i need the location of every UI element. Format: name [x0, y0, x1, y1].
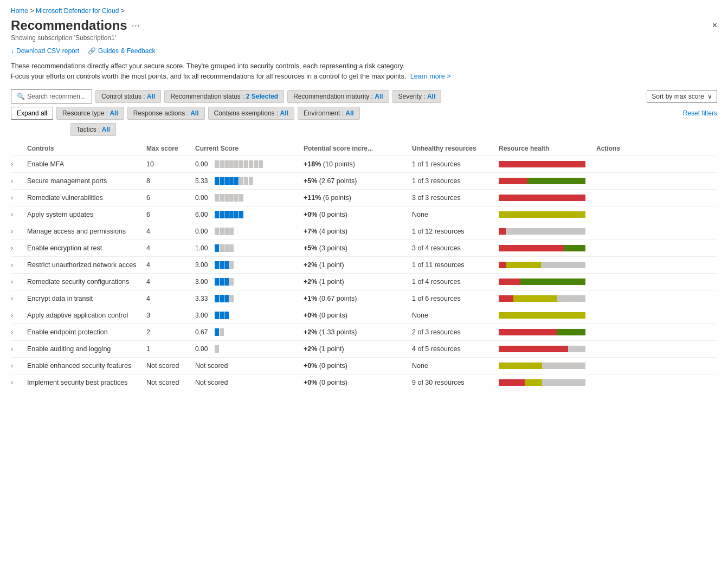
- reset-filters-link[interactable]: Reset filters: [683, 109, 717, 117]
- control-name: Secure management ports: [27, 177, 146, 185]
- potential-score: +5% (3 points): [304, 244, 412, 252]
- table-row[interactable]: ›Remediate security configurations43.00+…: [11, 274, 717, 290]
- sort-dropdown[interactable]: Sort by max score ∨: [647, 90, 717, 103]
- recommendation-status-filter[interactable]: Recommendation status : 2 Selected: [164, 90, 284, 103]
- unhealthy-resources: 1 of 11 resources: [412, 261, 499, 269]
- max-score: 4: [146, 278, 195, 286]
- potential-score: +0% (0 points): [304, 362, 412, 370]
- table-row[interactable]: ›Enable MFA100.00+18% (10 points)1 of 1 …: [11, 156, 717, 173]
- learn-more-link[interactable]: Learn more >: [410, 73, 451, 80]
- expand-row-icon[interactable]: ›: [11, 312, 27, 319]
- max-score: 6: [146, 194, 195, 202]
- recommendation-maturity-filter[interactable]: Recommendation maturity : All: [287, 90, 389, 103]
- environment-filter[interactable]: Environment : All: [298, 107, 360, 120]
- max-score: 8: [146, 177, 195, 185]
- current-score: 0.67: [195, 328, 304, 336]
- unhealthy-resources: 9 of 30 resources: [412, 379, 499, 386]
- close-button[interactable]: ×: [712, 21, 717, 30]
- expand-row-icon[interactable]: ›: [11, 379, 27, 386]
- max-score: Not scored: [146, 379, 195, 386]
- resource-health-bar: [499, 178, 596, 184]
- control-name: Remediate vulnerabilities: [27, 194, 146, 202]
- max-score: 2: [146, 328, 195, 336]
- current-score: 0.00: [195, 228, 304, 235]
- table-row[interactable]: ›Enable endpoint protection20.67+2% (1.3…: [11, 324, 717, 341]
- download-csv-link[interactable]: ↓ Download CSV report: [11, 47, 79, 55]
- expand-row-icon[interactable]: ›: [11, 177, 27, 185]
- max-score: 4: [146, 295, 195, 302]
- max-score: 4: [146, 261, 195, 269]
- recommendations-table: Controls Max score Current Score Potenti…: [11, 141, 717, 391]
- expand-row-icon[interactable]: ›: [11, 228, 27, 235]
- page-title: Recommendations: [11, 18, 127, 33]
- expand-row-icon[interactable]: ›: [11, 328, 27, 336]
- unhealthy-resources: None: [412, 362, 499, 370]
- unhealthy-resources: 1 of 12 resources: [412, 228, 499, 235]
- control-name: Implement security best practices: [27, 379, 146, 386]
- current-score: 6.00: [195, 211, 304, 218]
- expand-row-icon[interactable]: ›: [11, 295, 27, 302]
- table-body: ›Enable MFA100.00+18% (10 points)1 of 1 …: [11, 156, 717, 391]
- header-actions: Actions: [596, 145, 650, 152]
- table-row[interactable]: ›Implement security best practicesNot sc…: [11, 374, 717, 391]
- table-row[interactable]: ›Remediate vulnerabilities60.00+11% (6 p…: [11, 190, 717, 206]
- expand-all-button[interactable]: Expand all: [11, 107, 53, 120]
- expand-row-icon[interactable]: ›: [11, 244, 27, 252]
- expand-row-icon[interactable]: ›: [11, 278, 27, 286]
- table-row[interactable]: ›Manage access and permissions40.00+7% (…: [11, 223, 717, 240]
- table-row[interactable]: ›Enable encryption at rest41.00+5% (3 po…: [11, 240, 717, 257]
- header-unhealthy: Unhealthy resources: [412, 145, 499, 152]
- current-score: 0.00: [195, 194, 304, 202]
- table-row[interactable]: ›Enable auditing and logging10.00+2% (1 …: [11, 341, 717, 358]
- control-status-filter[interactable]: Control status : All: [95, 90, 161, 103]
- unhealthy-resources: 1 of 4 resources: [412, 278, 499, 286]
- header-health: Resource health: [499, 145, 596, 152]
- expand-row-icon[interactable]: ›: [11, 362, 27, 370]
- contains-exemptions-filter[interactable]: Contains exemptions : All: [208, 107, 294, 120]
- control-name: Enable enhanced security features: [27, 362, 146, 370]
- ellipsis-button[interactable]: ···: [132, 20, 140, 31]
- max-score: Not scored: [146, 362, 195, 370]
- table-row[interactable]: ›Secure management ports85.33+5% (2.67 p…: [11, 173, 717, 190]
- potential-score: +2% (1 point): [304, 278, 412, 286]
- potential-score: +0% (0 points): [304, 379, 412, 386]
- expand-row-icon[interactable]: ›: [11, 194, 27, 202]
- table-row[interactable]: ›Restrict unauthorized network acces43.0…: [11, 257, 717, 274]
- expand-row-icon[interactable]: ›: [11, 160, 27, 168]
- resource-health-bar: [499, 262, 596, 268]
- toolbar: ↓ Download CSV report 🔗 Guides & Feedbac…: [11, 47, 717, 55]
- search-input[interactable]: 🔍 Search recommen...: [11, 89, 92, 103]
- resource-health-bar: [499, 379, 596, 386]
- table-row[interactable]: ›Encrypt data in transit43.33+1% (0.67 p…: [11, 290, 717, 307]
- potential-score: +11% (6 points): [304, 194, 412, 202]
- table-header: Controls Max score Current Score Potenti…: [11, 141, 717, 156]
- filters-row-3: Tactics : All: [11, 123, 717, 136]
- table-row[interactable]: ›Apply adaptive application control33.00…: [11, 307, 717, 324]
- potential-score: +7% (4 points): [304, 228, 412, 235]
- table-row[interactable]: ›Apply system updates66.00+0% (0 points)…: [11, 206, 717, 223]
- breadcrumb-home[interactable]: Home: [11, 7, 28, 15]
- guides-feedback-link[interactable]: 🔗 Guides & Feedback: [88, 47, 155, 55]
- severity-filter[interactable]: Severity : All: [392, 90, 442, 103]
- filters-row-2: Expand all Resource type : All Response …: [11, 107, 717, 120]
- current-score: Not scored: [195, 362, 304, 370]
- expand-row-icon[interactable]: ›: [11, 211, 27, 218]
- max-score: 1: [146, 345, 195, 353]
- current-score: 3.00: [195, 261, 304, 269]
- resource-type-filter[interactable]: Resource type : All: [56, 107, 124, 120]
- tactics-filter[interactable]: Tactics : All: [70, 123, 116, 136]
- resource-health-bar: [499, 228, 596, 235]
- max-score: 10: [146, 160, 195, 168]
- control-name: Enable auditing and logging: [27, 345, 146, 353]
- current-score: Not scored: [195, 379, 304, 386]
- expand-row-icon[interactable]: ›: [11, 345, 27, 353]
- control-name: Remediate security configurations: [27, 278, 146, 286]
- breadcrumb-defender[interactable]: Microsoft Defender for Cloud: [36, 7, 119, 15]
- control-name: Manage access and permissions: [27, 228, 146, 235]
- header-current-score: Current Score: [195, 145, 304, 152]
- current-score: 0.00: [195, 160, 304, 168]
- expand-row-icon[interactable]: ›: [11, 261, 27, 269]
- response-actions-filter[interactable]: Response actions : All: [127, 107, 205, 120]
- table-row[interactable]: ›Enable enhanced security featuresNot sc…: [11, 358, 717, 374]
- download-icon: ↓: [11, 47, 14, 55]
